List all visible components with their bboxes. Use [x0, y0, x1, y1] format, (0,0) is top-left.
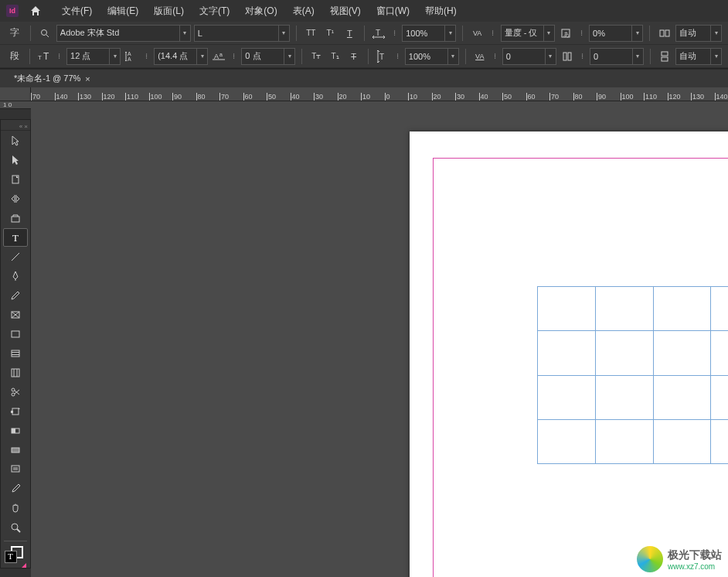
search-glyph-icon[interactable] [37, 25, 53, 42]
underline-icon[interactable]: T [342, 25, 358, 42]
canvas[interactable]: 极光下载站 www.xz7.com [31, 108, 728, 577]
para-mode-label[interactable]: 段 [6, 48, 23, 65]
table-cell[interactable] [711, 287, 728, 331]
font-size-dropdown-icon[interactable]: ▾ [110, 48, 121, 65]
gap-tool[interactable] [3, 189, 28, 208]
leading-input[interactable] [154, 48, 197, 65]
leading-dropdown-icon[interactable]: ▾ [197, 48, 208, 65]
vscale-dropdown-icon[interactable]: ▾ [448, 48, 459, 65]
link-icon[interactable]: ⁞ [55, 52, 63, 60]
hand-tool[interactable] [3, 499, 28, 517]
table-cell[interactable] [711, 419, 728, 463]
hscale-input[interactable] [402, 25, 445, 42]
menu-view[interactable]: 视图(V) [324, 2, 367, 21]
link-icon[interactable]: ⁞ [390, 29, 399, 37]
menu-object[interactable]: 对象(O) [239, 2, 283, 21]
font-style-combo[interactable]: ▾ [194, 25, 290, 42]
table-cell[interactable] [538, 375, 596, 419]
tracking-input[interactable] [502, 48, 546, 65]
type-tool[interactable]: T [3, 228, 28, 247]
menu-help[interactable]: 帮助(H) [419, 2, 463, 21]
fill-stroke-swatches[interactable]: T [3, 546, 28, 568]
tracking2-combo[interactable]: ▾ [590, 48, 644, 65]
char-mode-label[interactable]: 字 [6, 25, 24, 42]
subscript-icon[interactable]: T₁ [327, 48, 342, 65]
leading-combo[interactable]: ▾ [154, 48, 208, 65]
table-cell[interactable] [653, 375, 711, 419]
table-cell[interactable] [653, 287, 711, 331]
scissors-tool[interactable] [3, 383, 28, 401]
horizontal-grid-tool[interactable] [3, 344, 28, 363]
menu-layout[interactable]: 版面(L) [148, 2, 190, 21]
hscale-dropdown-icon[interactable]: ▾ [445, 25, 456, 42]
link-icon[interactable]: ⁞ [577, 29, 586, 37]
pct-dropdown-icon[interactable]: ▾ [632, 25, 643, 42]
strikethrough-icon[interactable]: T [346, 48, 362, 65]
zoom-tool[interactable] [3, 518, 28, 537]
horizontal-ruler[interactable]: 7014013012011010090807060504030201001020… [0, 87, 728, 101]
page[interactable] [410, 131, 728, 577]
table-cell[interactable] [711, 331, 728, 375]
baseline-input[interactable] [241, 48, 284, 65]
font-family-input[interactable] [56, 25, 180, 42]
pencil-tool[interactable] [3, 286, 28, 305]
menu-type[interactable]: 文字(T) [193, 2, 236, 21]
page-tool[interactable] [3, 170, 28, 189]
auto2-combo[interactable]: ▾ [675, 48, 722, 65]
kerning-combo[interactable]: ▾ [501, 25, 555, 42]
link-icon[interactable]: ⁞ [488, 29, 497, 37]
auto1-dropdown-icon[interactable]: ▾ [711, 25, 722, 42]
home-icon[interactable] [28, 3, 43, 19]
vscale-combo[interactable]: ▾ [405, 48, 459, 65]
ruler-corner[interactable] [0, 87, 31, 101]
table-cell[interactable] [595, 287, 653, 331]
tracking-dropdown-icon[interactable]: ▾ [546, 48, 556, 65]
tracking2-dropdown-icon[interactable]: ▾ [633, 48, 644, 65]
font-style-dropdown-icon[interactable]: ▾ [279, 25, 290, 42]
table-cell[interactable] [538, 287, 596, 331]
hscale-combo[interactable]: ▾ [402, 25, 456, 42]
rectangle-tool[interactable] [3, 325, 28, 343]
tracking2-input[interactable] [590, 48, 633, 65]
fill-swatch[interactable]: T [5, 551, 17, 563]
vertical-grid-tool[interactable] [3, 364, 28, 382]
note-tool[interactable] [3, 460, 28, 479]
rectangle-frame-tool[interactable] [3, 306, 28, 324]
tab-close-icon[interactable]: × [85, 74, 90, 84]
selection-tool[interactable] [3, 131, 28, 150]
table-cell[interactable] [595, 419, 653, 463]
baseline-dropdown-icon[interactable]: ▾ [284, 48, 295, 65]
vscale-input[interactable] [405, 48, 448, 65]
content-collector-tool[interactable] [3, 209, 28, 227]
font-family-dropdown-icon[interactable]: ▾ [180, 25, 191, 42]
pct-input[interactable] [589, 25, 632, 42]
table-cell[interactable] [711, 375, 728, 419]
tool-panel-collapse-icon[interactable]: « × [1, 123, 30, 131]
kerning-dropdown-icon[interactable]: ▾ [544, 25, 555, 42]
table-cell[interactable] [653, 419, 711, 463]
eyedropper-tool[interactable] [3, 480, 28, 498]
free-transform-tool[interactable] [3, 402, 28, 421]
baseline-combo[interactable]: ▾ [241, 48, 295, 65]
document-tab[interactable]: *未命名-1 @ 77% × [8, 70, 97, 87]
line-tool[interactable] [3, 248, 28, 266]
auto1-input[interactable] [675, 25, 711, 42]
gradient-feather-tool[interactable] [3, 441, 28, 459]
superscript-icon[interactable]: T¹ [322, 25, 338, 42]
font-style-input[interactable] [194, 25, 279, 42]
font-size-combo[interactable]: ▾ [66, 48, 121, 65]
link-icon[interactable]: ⁞ [142, 52, 151, 60]
auto2-input[interactable] [675, 48, 711, 65]
link-icon[interactable]: ⁞ [491, 52, 499, 60]
formatting-affects-icon[interactable] [22, 563, 26, 568]
smallcaps-icon[interactable]: Tᴛ [308, 48, 324, 65]
font-size-input[interactable] [66, 48, 110, 65]
tracking-combo[interactable]: ▾ [502, 48, 556, 65]
gradient-swatch-tool[interactable] [3, 422, 28, 440]
table-cell[interactable] [538, 331, 596, 375]
link-icon[interactable]: ⁞ [393, 52, 402, 60]
menu-window[interactable]: 窗口(W) [370, 2, 416, 21]
auto1-combo[interactable]: ▾ [675, 25, 722, 42]
link-icon[interactable]: ⁞ [578, 52, 587, 60]
table[interactable] [537, 286, 728, 464]
